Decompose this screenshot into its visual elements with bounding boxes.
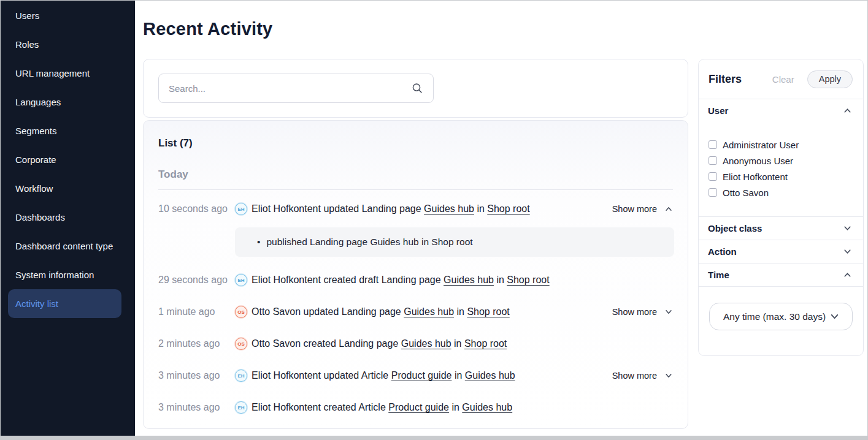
- content-link[interactable]: Guides hub: [462, 402, 512, 412]
- content-link[interactable]: Guides hub: [370, 237, 418, 247]
- activity-text-segment: in: [454, 306, 467, 317]
- search-card: [143, 59, 688, 118]
- filter-option-label: Administrator User: [723, 140, 799, 150]
- content-link[interactable]: Product guide: [391, 370, 452, 381]
- sidebar-item-languages[interactable]: Languages: [1, 88, 135, 116]
- sidebar-item-roles[interactable]: Roles: [1, 30, 135, 59]
- activity-text-segment: in: [494, 275, 507, 285]
- show-more-label: Show more: [612, 204, 657, 214]
- activity-row: 10 seconds agoEHEliot Hofkontent updated…: [158, 200, 673, 218]
- content-link[interactable]: Shop root: [467, 306, 509, 317]
- apply-filters-button[interactable]: Apply: [807, 70, 853, 88]
- sidebar-item-workflow[interactable]: Workflow: [1, 174, 135, 203]
- filter-option-label: Anonymous User: [723, 156, 793, 166]
- time-filter-body: Any time (max. 30 days): [699, 286, 863, 346]
- filter-section-label: Time: [708, 270, 729, 280]
- activity-text-segment: in: [474, 203, 487, 214]
- content-link[interactable]: Shop root: [487, 203, 529, 214]
- activity-text: Otto Savon updated Landing page Guides h…: [252, 305, 602, 319]
- activity-text-segment: Eliot Hofkontent created draft Landing p…: [252, 275, 444, 285]
- filter-option-administrator-user[interactable]: Administrator User: [709, 137, 863, 153]
- activity-text-segment: Eliot Hofkontent updated Landing page: [252, 203, 424, 214]
- chevron-down-icon: [843, 224, 852, 233]
- content-link[interactable]: Shop root: [464, 338, 507, 349]
- time-range-select[interactable]: Any time (max. 30 days): [709, 303, 853, 330]
- checkbox[interactable]: [709, 140, 717, 149]
- content-columns: List (7) Today 10 seconds agoEHEliot Hof…: [143, 59, 867, 429]
- content-link[interactable]: Shop root: [431, 237, 472, 247]
- chevron-down-icon: [664, 308, 673, 316]
- content-link[interactable]: Product guide: [388, 402, 449, 412]
- show-more-label: Show more: [612, 371, 657, 381]
- filter-option-eliot-hofkontent[interactable]: Eliot Hofkontent: [709, 169, 863, 184]
- sidebar-menu: UsersRolesURL managementLanguagesSegment…: [1, 1, 135, 318]
- sidebar-item-corporate[interactable]: Corporate: [1, 145, 135, 174]
- horizontal-scrollbar[interactable]: [1, 436, 867, 439]
- activity-text-segment: in: [451, 338, 464, 349]
- search-icon[interactable]: [411, 82, 423, 94]
- filter-section-object-class[interactable]: Object class: [699, 216, 863, 240]
- content-link[interactable]: Guides hub: [424, 203, 474, 214]
- checkbox[interactable]: [709, 188, 717, 197]
- search-input[interactable]: [169, 83, 411, 94]
- chevron-down-icon: [829, 311, 840, 322]
- page-title: Recent Activity: [143, 19, 867, 39]
- sidebar-item-system-information[interactable]: System information: [1, 260, 135, 289]
- activity-row: 2 minutes agoOSOtto Savon created Landin…: [158, 335, 673, 352]
- sidebar-item-segments[interactable]: Segments: [1, 116, 135, 145]
- show-more-button[interactable]: Show more: [612, 204, 673, 214]
- content-link[interactable]: Guides hub: [444, 275, 494, 285]
- chevron-down-icon: [843, 247, 852, 256]
- sidebar-item-dashboard-content-type[interactable]: Dashboard content type: [1, 232, 135, 260]
- filter-option-label: Eliot Hofkontent: [723, 172, 788, 182]
- content-link[interactable]: Guides hub: [401, 338, 451, 349]
- filter-section-action[interactable]: Action: [699, 240, 863, 263]
- checkbox[interactable]: [709, 172, 717, 181]
- sidebar-item-users[interactable]: Users: [1, 1, 135, 30]
- chevron-up-icon: [843, 106, 852, 115]
- content-link[interactable]: Guides hub: [465, 370, 515, 381]
- bullet-icon: •: [257, 237, 260, 248]
- avatar: EH: [235, 370, 247, 382]
- avatar: OS: [235, 306, 247, 318]
- avatar: OS: [235, 338, 247, 350]
- avatar: EH: [235, 401, 247, 414]
- activity-time: 3 minutes ago: [158, 370, 235, 381]
- activity-row: 29 seconds agoEHEliot Hofkontent created…: [158, 271, 673, 289]
- activity-list-card: List (7) Today 10 seconds agoEHEliot Hof…: [143, 120, 688, 429]
- activity-time: 1 minute ago: [158, 306, 235, 317]
- time-range-value: Any time (max. 30 days): [723, 311, 826, 322]
- activity-text: Eliot Hofkontent updated Landing page Gu…: [252, 202, 602, 216]
- filter-option-otto-savon[interactable]: Otto Savon: [709, 184, 863, 200]
- activity-text-segment: in: [449, 402, 462, 412]
- sidebar-item-activity-list[interactable]: Activity list: [8, 289, 121, 318]
- sidebar: UsersRolesURL managementLanguagesSegment…: [1, 1, 135, 439]
- filter-option-label: Otto Savon: [723, 188, 769, 198]
- filter-section-label: Object class: [708, 223, 762, 233]
- activity-row: 1 minute agoOSOtto Savon updated Landing…: [158, 303, 673, 321]
- clear-filters-button[interactable]: Clear: [772, 74, 794, 85]
- filter-option-anonymous-user[interactable]: Anonymous User: [709, 153, 863, 169]
- filter-section-label: Action: [708, 246, 737, 257]
- show-more-button[interactable]: Show more: [612, 371, 673, 381]
- filter-section-user[interactable]: User: [699, 99, 863, 122]
- activity-row: 3 minutes agoEHEliot Hofkontent created …: [158, 399, 673, 416]
- content-link[interactable]: Guides hub: [404, 306, 454, 317]
- activity-time: 29 seconds ago: [158, 275, 235, 286]
- activity-text-segment: Otto Savon updated Landing page: [252, 306, 404, 317]
- chevron-up-icon: [664, 205, 673, 213]
- activity-row: 3 minutes agoEHEliot Hofkontent updated …: [158, 367, 673, 384]
- activity-text: Otto Savon created Landing page Guides h…: [252, 337, 673, 351]
- sidebar-item-dashboards[interactable]: Dashboards: [1, 203, 135, 232]
- sidebar-item-url-management[interactable]: URL management: [1, 59, 135, 88]
- activity-details: •published Landing page Guides hub in Sh…: [235, 227, 674, 257]
- content-link[interactable]: Shop root: [507, 275, 549, 285]
- filters-column: Filters Clear Apply User Administrator U…: [698, 59, 864, 429]
- show-more-button[interactable]: Show more: [612, 307, 673, 317]
- checkbox[interactable]: [709, 156, 717, 165]
- filter-section-label: User: [708, 105, 728, 116]
- filters-header: Filters Clear Apply: [699, 59, 863, 99]
- activity-column: List (7) Today 10 seconds agoEHEliot Hof…: [143, 59, 688, 429]
- filter-section-time[interactable]: Time: [699, 263, 863, 286]
- activity-rows: 10 seconds agoEHEliot Hofkontent updated…: [158, 200, 673, 416]
